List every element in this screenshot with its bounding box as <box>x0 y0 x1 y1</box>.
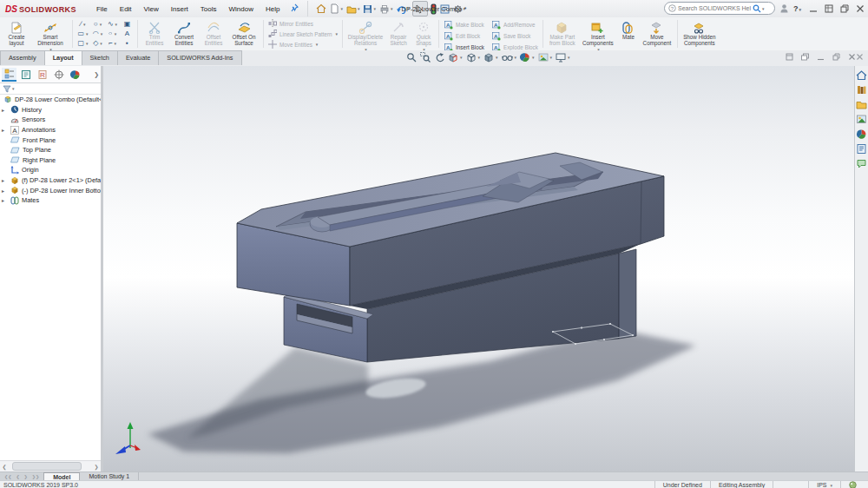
scroll-left-arrow[interactable]: ❮ <box>0 464 9 470</box>
doc-restore-icon[interactable] <box>832 53 840 61</box>
help-menu-button[interactable]: ?▾ <box>793 4 801 13</box>
nav-next-icon[interactable]: ❯ <box>23 474 30 479</box>
feature-manager-tab[interactable] <box>2 68 16 82</box>
units-selector[interactable]: IPS▾ <box>808 481 840 488</box>
sketch-3d-tool[interactable]: ▣ <box>120 20 135 28</box>
solidworks-forum-icon[interactable] <box>856 158 867 169</box>
tree-item-front-plane[interactable]: Front Plane <box>0 135 101 145</box>
tree-root-assembly[interactable]: DP-28 Lower Combo (Default<Displa <box>0 95 101 105</box>
graphics-viewport[interactable] <box>103 66 854 472</box>
view-orientation-icon[interactable]: ▾ <box>466 52 481 63</box>
mate-button[interactable]: Mate <box>617 19 640 41</box>
task-pane-close-icon[interactable] <box>856 53 864 61</box>
spline-tool[interactable]: ∿▾ <box>105 20 120 28</box>
status-tag-icon[interactable] <box>840 481 865 488</box>
cascade-window-icon[interactable] <box>801 53 809 61</box>
open-button[interactable]: ▾ <box>345 2 361 16</box>
rectangle-tool[interactable]: ▭▾ <box>76 30 90 37</box>
convert-entities-button[interactable]: Convert Entities <box>168 19 200 47</box>
tree-item-top-plane[interactable]: Top Plane <box>0 145 101 155</box>
doc-minimize-icon[interactable] <box>817 53 825 61</box>
zoom-to-fit-icon[interactable] <box>406 52 417 63</box>
custom-properties-icon[interactable] <box>856 143 867 155</box>
help-search-box[interactable]: ? ▾ <box>664 2 775 15</box>
minimize-icon[interactable] <box>809 4 818 13</box>
login-user-icon[interactable] <box>779 3 789 13</box>
tab-sketch[interactable]: Sketch <box>82 50 118 65</box>
view-palette-icon[interactable] <box>856 114 867 125</box>
polygon-tool[interactable]: ◇▾ <box>90 39 105 47</box>
line-tool[interactable]: ∕▾ <box>76 20 90 28</box>
menu-window[interactable]: Window <box>223 5 260 13</box>
configuration-manager-tab[interactable]: R <box>35 68 49 82</box>
scroll-right-arrow[interactable]: ❯ <box>92 464 101 470</box>
search-input[interactable] <box>676 4 753 12</box>
panel-tab-overflow-arrow[interactable]: ❯ <box>94 71 99 78</box>
tree-item-history[interactable]: ▸ History <box>0 105 101 115</box>
search-scope-dropdown[interactable]: ▾ <box>762 6 765 11</box>
offset-on-surface-button[interactable]: Offset On Surface <box>227 19 260 47</box>
scrollbar-thumb[interactable] <box>12 462 82 471</box>
display-style-icon[interactable]: ▾ <box>483 52 498 63</box>
restore-icon[interactable] <box>840 4 849 13</box>
solidworks-resources-icon[interactable] <box>856 69 867 81</box>
slot-tool[interactable]: ▢▾ <box>76 39 90 47</box>
zoom-to-area-icon[interactable] <box>420 52 431 63</box>
tree-item-annotations[interactable]: ▸ A Annotations <box>0 125 101 135</box>
smart-dimension-button[interactable]: Smart Dimension ▾ <box>31 19 69 52</box>
fillet-tool[interactable]: ⌐▾ <box>105 39 120 47</box>
undo-button[interactable]: ▾ <box>395 2 411 16</box>
tree-horizontal-scrollbar[interactable]: ❮ ❯ <box>0 460 101 472</box>
tree-item-part-lower[interactable]: ▸ (f) DP-28 Lower 2<1> (Default<<D <box>0 175 101 186</box>
view-settings-icon[interactable]: ▾ <box>556 52 570 63</box>
new-document-button[interactable]: ▾ <box>329 2 344 16</box>
previous-view-icon[interactable] <box>434 52 444 63</box>
tree-item-mates[interactable]: ▸ Mates <box>0 195 101 206</box>
tab-layout[interactable]: Layout <box>44 50 82 65</box>
doc-close-icon[interactable] <box>848 53 856 61</box>
menu-view[interactable]: View <box>138 5 165 13</box>
menu-tools[interactable]: Tools <box>194 5 223 13</box>
menu-insert[interactable]: Insert <box>165 5 194 13</box>
menu-file[interactable]: File <box>90 5 114 13</box>
nav-first-icon[interactable]: ❮❮ <box>3 474 13 479</box>
save-button[interactable]: ▾ <box>362 2 377 16</box>
filter-funnel-icon[interactable] <box>3 85 11 93</box>
new-window-icon[interactable] <box>786 53 793 61</box>
tab-evaluate[interactable]: Evaluate <box>117 50 159 65</box>
edit-appearance-icon[interactable]: ▾ <box>520 52 535 63</box>
apply-scene-icon[interactable]: ▾ <box>538 52 553 63</box>
filter-dropdown-arrow[interactable]: ▾ <box>12 86 15 91</box>
hide-show-items-icon[interactable]: ▾ <box>502 52 517 63</box>
file-explorer-icon[interactable] <box>856 99 867 110</box>
show-hidden-components-button[interactable]: Show Hidden Components <box>681 19 719 47</box>
print-button[interactable]: ▾ <box>378 2 394 16</box>
rebuild-button[interactable] <box>430 2 437 16</box>
options-gear-button[interactable]: ▾ <box>452 2 467 16</box>
section-view-icon[interactable]: ▾ <box>448 52 463 63</box>
nav-last-icon[interactable]: ❯❯ <box>30 474 41 479</box>
file-properties-button[interactable] <box>439 2 450 16</box>
dimxpert-manager-tab[interactable] <box>51 68 66 82</box>
search-icon[interactable] <box>753 4 761 13</box>
text-tool[interactable]: A <box>120 30 135 37</box>
design-library-icon[interactable] <box>856 84 867 96</box>
menu-help[interactable]: Help <box>260 5 286 13</box>
home-button[interactable] <box>315 2 327 16</box>
tab-solidworks-add-ins[interactable]: SOLIDWORKS Add-Ins <box>158 50 241 65</box>
tree-item-right-plane[interactable]: Right Plane <box>0 155 101 166</box>
insert-components-button[interactable]: Insert Components ▾ <box>579 19 617 52</box>
tree-item-sensors[interactable]: Sensors <box>0 115 101 125</box>
tab-assembly[interactable]: Assembly <box>0 50 45 65</box>
maximize-icon[interactable] <box>825 4 833 13</box>
appearances-scenes-icon[interactable] <box>856 129 867 140</box>
select-tool-button[interactable]: ▾ <box>412 1 428 16</box>
display-manager-tab[interactable] <box>68 68 82 82</box>
menu-edit[interactable]: Edit <box>114 5 138 13</box>
pin-menu-icon[interactable] <box>291 3 299 14</box>
move-component-button[interactable]: Move Component <box>640 19 674 47</box>
arc-tool[interactable]: ◠▾ <box>90 30 105 37</box>
tree-item-origin[interactable]: Origin <box>0 165 101 175</box>
property-manager-tab[interactable] <box>18 68 33 82</box>
create-layout-button[interactable]: Create layout <box>2 19 31 47</box>
